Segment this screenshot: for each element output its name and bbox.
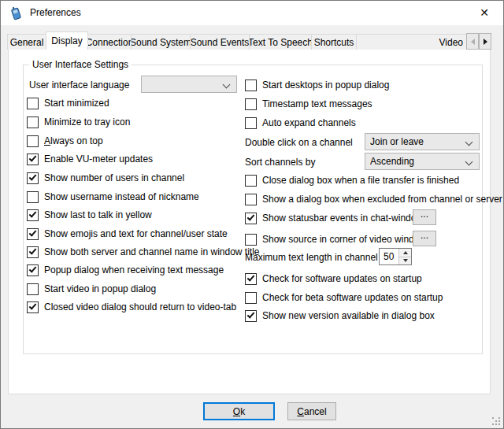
checkbox[interactable]	[245, 213, 257, 224]
checkbox[interactable]	[27, 116, 39, 128]
checkbox-label: Check for software updates on startup	[262, 273, 422, 284]
title-bar[interactable]: Preferences ✕	[1, 1, 503, 25]
sort-channels-combobox-value: Ascending	[370, 156, 414, 167]
checkbox-label: Start desktops in popup dialog	[262, 80, 389, 91]
checkbox[interactable]	[245, 117, 257, 129]
checkbox-statusbar-events-chat[interactable]: Show statusbar events in chat-window	[245, 212, 423, 224]
checkbox[interactable]	[27, 98, 39, 109]
checkbox-label: Start minimized	[44, 98, 109, 109]
max-text-length-spinner[interactable]: 50	[379, 248, 412, 265]
window-title: Preferences	[30, 7, 81, 18]
checkbox-minimize-to-tray[interactable]: Minimize to tray icon	[27, 116, 130, 128]
checkbox[interactable]	[27, 191, 39, 203]
tab-general[interactable]: General	[7, 34, 46, 50]
checkbox[interactable]	[245, 80, 257, 91]
checkbox-check-updates[interactable]: Check for software updates on startup	[245, 272, 422, 285]
checkbox[interactable]	[27, 228, 39, 240]
ellipsis-icon: ...	[421, 210, 428, 218]
checkbox-label: Show source in corner of video window	[262, 234, 426, 245]
double-click-label: Double click on a channel	[245, 137, 353, 148]
chevron-down-icon	[223, 81, 231, 89]
checkbox[interactable]	[27, 283, 39, 295]
checkbox-label: Show username instead of nickname	[44, 191, 199, 202]
ok-button[interactable]: Ok	[203, 402, 275, 420]
video-source-more-button[interactable]: ...	[413, 231, 436, 246]
chevron-down-icon	[465, 158, 473, 166]
checkbox[interactable]	[245, 194, 257, 205]
checkbox-always-on-top[interactable]: Always on top	[27, 135, 103, 147]
checkbox[interactable]	[27, 135, 39, 147]
checkbox-label: Show emojis and text for channel/user st…	[44, 228, 228, 239]
checkbox[interactable]	[27, 246, 39, 258]
tab-shortcuts[interactable]: Shortcuts	[311, 34, 357, 50]
checkbox[interactable]	[245, 175, 257, 187]
resize-grip[interactable]	[492, 417, 500, 425]
checkbox-auto-expand-channels[interactable]: Auto expand channels	[245, 116, 356, 129]
checkbox-closed-video-return[interactable]: Closed video dialog should return to vid…	[27, 301, 236, 313]
checkbox-label: Always on top	[44, 135, 103, 146]
checkbox-label: Show last to talk in yellow	[44, 209, 152, 220]
checkbox-label: Show both server and channel name in win…	[44, 246, 260, 257]
checkbox-label: Show a dialog box when excluded from cha…	[262, 194, 502, 205]
chevron-down-icon	[465, 139, 473, 146]
statusbar-events-more-button[interactable]: ...	[413, 209, 436, 225]
checkbox[interactable]	[245, 234, 257, 246]
language-combobox[interactable]	[141, 76, 237, 93]
spin-up-icon	[403, 251, 408, 254]
checkbox[interactable]	[27, 172, 39, 184]
tab-display[interactable]: Display	[46, 31, 88, 50]
checkbox-label: Popup dialog when receiving text message	[44, 264, 224, 276]
checkbox[interactable]	[27, 301, 39, 313]
group-title: User Interface Settings	[29, 59, 132, 70]
checkbox-popup-text-message[interactable]: Popup dialog when receiving text message	[27, 264, 224, 276]
checkbox-server-channel-in-title[interactable]: Show both server and channel name in win…	[27, 246, 260, 258]
checkbox-start-desktops-popup[interactable]: Start desktops in popup dialog	[245, 79, 389, 91]
tab-scroll-left-button[interactable]	[466, 33, 479, 50]
tab-text-to-speech[interactable]: Text To Speech	[249, 34, 312, 50]
spin-down-button[interactable]	[399, 257, 411, 265]
checkbox-show-username[interactable]: Show username instead of nickname	[27, 190, 199, 203]
checkbox-label: Enable VU-meter updates	[44, 153, 153, 165]
checkbox-show-number-of-users[interactable]: Show number of users in channel	[27, 172, 184, 184]
checkbox[interactable]	[245, 98, 257, 110]
checkbox-label: Show new version available in dialog box	[262, 310, 435, 321]
checkbox-close-dialog-file-transfer[interactable]: Close dialog box when a file transfer is…	[245, 174, 459, 187]
spin-up-button[interactable]	[399, 249, 411, 257]
checkbox[interactable]	[245, 292, 257, 304]
checkbox[interactable]	[245, 273, 257, 285]
checkbox-show-new-version[interactable]: Show new version available in dialog box	[245, 309, 435, 322]
tab-sound-system[interactable]: Sound System	[131, 34, 191, 50]
close-button[interactable]: ✕	[467, 1, 502, 24]
checkbox[interactable]	[27, 153, 39, 165]
spinner-value[interactable]: 50	[380, 249, 398, 264]
checkbox-start-minimized[interactable]: Start minimized	[27, 97, 109, 109]
tab-connection[interactable]: Connection	[87, 34, 132, 50]
tab-video[interactable]: Video	[356, 34, 467, 50]
app-icon	[9, 6, 24, 20]
checkbox-label: Check for beta software updates on start…	[262, 292, 443, 303]
checkbox-enable-vu-meter[interactable]: Enable VU-meter updates	[27, 153, 153, 165]
sort-channels-combobox[interactable]: Ascending	[365, 153, 480, 170]
checkbox-timestamp-messages[interactable]: Timestamp text messages	[245, 98, 372, 110]
checkbox-start-video-popup[interactable]: Start video in popup dialog	[27, 283, 156, 295]
checkbox-source-corner-video[interactable]: Show source in corner of video window	[245, 233, 426, 246]
ok-button-label: Ok	[233, 406, 245, 417]
tab-sound-events[interactable]: Sound Events	[190, 34, 250, 50]
checkbox-label: Show statusbar events in chat-window	[262, 213, 423, 224]
preferences-dialog: Preferences ✕ General Display Connection…	[0, 0, 504, 429]
cancel-button[interactable]: Cancel	[287, 402, 336, 420]
double-click-combobox[interactable]: Join or leave	[365, 133, 480, 150]
tab-scroll-right-icon	[484, 39, 487, 45]
checkbox-show-emojis[interactable]: Show emojis and text for channel/user st…	[27, 227, 228, 240]
spin-down-icon	[403, 259, 408, 262]
checkbox-label: Timestamp text messages	[262, 98, 372, 109]
checkbox[interactable]	[27, 264, 39, 276]
checkbox-check-beta-updates[interactable]: Check for beta software updates on start…	[245, 291, 443, 304]
checkbox[interactable]	[245, 310, 257, 322]
language-label: User interface language	[29, 80, 129, 91]
checkbox-dialog-when-excluded[interactable]: Show a dialog box when excluded from cha…	[245, 193, 502, 205]
tab-scroll-right-button[interactable]	[479, 33, 491, 50]
close-icon: ✕	[480, 6, 489, 19]
checkbox-last-to-talk-yellow[interactable]: Show last to talk in yellow	[27, 209, 152, 221]
checkbox[interactable]	[27, 209, 39, 221]
